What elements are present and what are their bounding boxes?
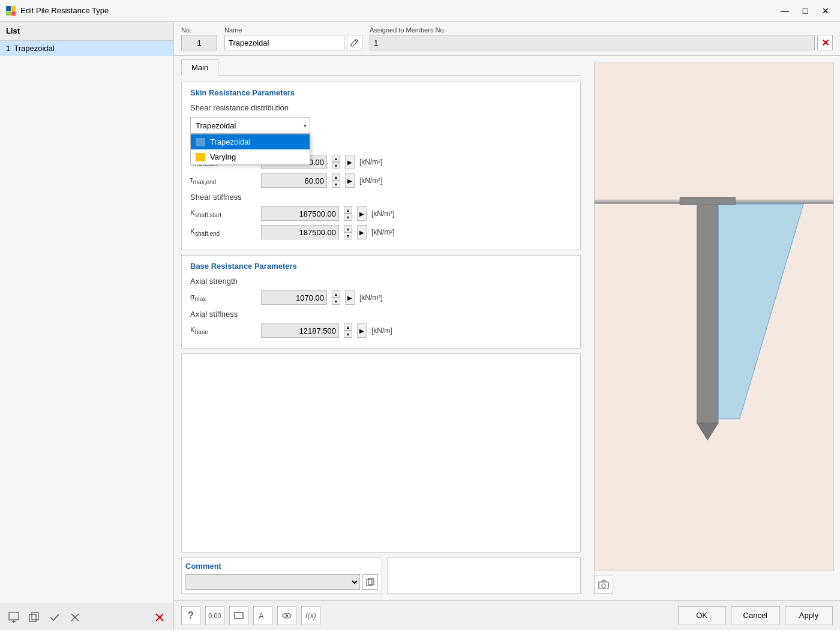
eye-button[interactable] (277, 606, 296, 625)
formula-icon: f(x) (305, 611, 316, 620)
no-field-group: No. (181, 26, 217, 50)
kbase-spin-up[interactable]: ▲ (344, 323, 352, 331)
kbase-unit: [kN/m] (371, 326, 392, 335)
close-button[interactable]: ✕ (816, 2, 835, 19)
duplicate-item-button[interactable] (25, 609, 43, 626)
bottom-right-actions: OK Cancel Apply (678, 606, 833, 625)
list-item[interactable]: 1 Trapezoidal (0, 41, 173, 56)
kbase-spin-down[interactable]: ▼ (344, 331, 352, 338)
comment-copy-button[interactable] (362, 574, 378, 590)
tau-max-end-label: τmax,end (190, 176, 256, 185)
tau-max-end-spin-down[interactable]: ▼ (332, 181, 340, 188)
viz-bottom-bar (594, 571, 834, 594)
kshaft-start-arrow[interactable]: ▶ (357, 206, 367, 221)
kshaft-end-row: Kshaft,end ▲ ▼ ▶ [kN/m²] (190, 225, 572, 239)
no-label: No. (181, 26, 217, 34)
comment-label: Comment (185, 562, 378, 571)
sigma-max-spin-up[interactable]: ▲ (332, 290, 340, 298)
dropdown-option-varying[interactable]: Varying (191, 149, 310, 164)
add-item-button[interactable] (5, 609, 23, 626)
right-panel: No. Name Assigned to Members No. (174, 22, 840, 630)
comment-box: Comment (181, 557, 382, 594)
shear-distribution-dropdown[interactable]: Trapezoidal Varying (190, 117, 310, 134)
kshaft-end-input[interactable] (261, 225, 339, 239)
svg-line-13 (355, 40, 357, 42)
minimize-button[interactable]: — (775, 2, 794, 19)
assigned-input-wrap: ✕ (370, 35, 833, 50)
maximize-button[interactable]: □ (796, 2, 815, 19)
help-button[interactable]: ? (181, 606, 200, 625)
svg-rect-0 (6, 6, 11, 11)
kshaft-end-label: Kshaft,end (190, 227, 256, 237)
help-icon: ? (188, 610, 194, 621)
kshaft-start-spin-down[interactable]: ▼ (344, 214, 352, 221)
zero-icon: 0.00 (208, 612, 221, 619)
tab-main[interactable]: Main (181, 59, 218, 76)
svg-rect-4 (9, 613, 19, 620)
base-resistance-title: Base Resistance Parameters (190, 262, 572, 271)
kbase-input[interactable] (261, 323, 339, 338)
sigma-max-arrow[interactable]: ▶ (345, 290, 355, 305)
shear-stiffness-label: Shear stiffness (190, 193, 572, 202)
comment-select[interactable] (185, 574, 360, 590)
varying-color-box (196, 153, 205, 161)
base-resistance-section: Base Resistance Parameters Axial strengt… (181, 255, 581, 349)
tau-max-end-row: τmax,end ▲ ▼ ▶ [kN/m²] (190, 173, 572, 188)
kbase-label: Kbase (190, 326, 256, 335)
sigma-max-unit: [kN/m²] (359, 293, 383, 302)
title-bar: Edit Pile Resistance Type — □ ✕ (0, 0, 840, 22)
kshaft-end-spin-down[interactable]: ▼ (344, 232, 352, 239)
tau-max-start-spin-up[interactable]: ▲ (332, 155, 340, 162)
header-row: No. Name Assigned to Members No. (174, 22, 840, 56)
tab-main-label: Main (191, 63, 208, 72)
skin-resistance-section: Skin Resistance Parameters Shear resista… (181, 82, 581, 250)
svg-rect-18 (697, 202, 719, 424)
kbase-arrow[interactable]: ▶ (357, 323, 367, 338)
window-title: Edit Pile Resistance Type (20, 6, 772, 15)
kshaft-start-spin-up[interactable]: ▲ (344, 206, 352, 214)
list-item-id: 1 (6, 44, 10, 53)
list-items: 1 Trapezoidal (0, 41, 173, 604)
apply-button[interactable]: Apply (785, 606, 833, 625)
cancel-button[interactable]: Cancel (731, 606, 780, 625)
kshaft-start-label: Kshaft,start (190, 209, 256, 218)
tau-max-start-arrow[interactable]: ▶ (345, 155, 355, 169)
kshaft-end-spin-up[interactable]: ▲ (344, 225, 352, 232)
center-panel: Main Skin Resistance Parameters Shear re… (174, 56, 588, 600)
name-input[interactable] (224, 35, 344, 50)
tau-max-end-spin-up[interactable]: ▲ (332, 173, 340, 181)
kshaft-end-arrow[interactable]: ▶ (357, 225, 367, 239)
ok-button[interactable]: OK (678, 606, 726, 625)
clear-assigned-button[interactable]: ✕ (817, 35, 833, 50)
assigned-label: Assigned to Members No. (370, 26, 833, 34)
tau-max-end-arrow[interactable]: ▶ (345, 173, 355, 188)
dropdown-option-trapezoidal[interactable]: Trapezoidal (191, 134, 310, 149)
list-toolbar (0, 604, 173, 630)
svg-text:A: A (259, 611, 264, 620)
assigned-field-group: Assigned to Members No. ✕ (370, 26, 833, 50)
uncheck-item-button[interactable] (66, 609, 84, 626)
no-input[interactable] (181, 35, 217, 50)
rect-button[interactable] (229, 606, 248, 625)
formula-button[interactable]: f(x) (301, 606, 320, 625)
tau-max-end-input[interactable] (261, 173, 327, 188)
main-content: List 1 Trapezoidal (0, 22, 840, 630)
sigma-max-spin-down[interactable]: ▼ (332, 298, 340, 305)
list-header: List (0, 22, 173, 41)
svg-rect-7 (29, 614, 36, 622)
camera-button[interactable] (594, 575, 613, 594)
content-area: Main Skin Resistance Parameters Shear re… (174, 56, 840, 600)
tau-max-start-spin-down[interactable]: ▼ (332, 162, 340, 169)
kbase-row: Kbase ▲ ▼ ▶ [kN/m] (190, 323, 572, 338)
sigma-max-input[interactable] (261, 290, 327, 305)
check-item-button[interactable] (46, 609, 64, 626)
assigned-input[interactable] (370, 35, 815, 50)
list-panel: List 1 Trapezoidal (0, 22, 174, 630)
delete-item-button[interactable] (151, 609, 169, 626)
edit-name-button[interactable] (347, 35, 362, 50)
text-button[interactable]: A (253, 606, 272, 625)
kshaft-start-input[interactable] (261, 206, 339, 221)
kbase-spinner: ▲ ▼ (344, 323, 352, 338)
viz-panel (588, 56, 840, 600)
zero-button[interactable]: 0.00 (205, 606, 224, 625)
